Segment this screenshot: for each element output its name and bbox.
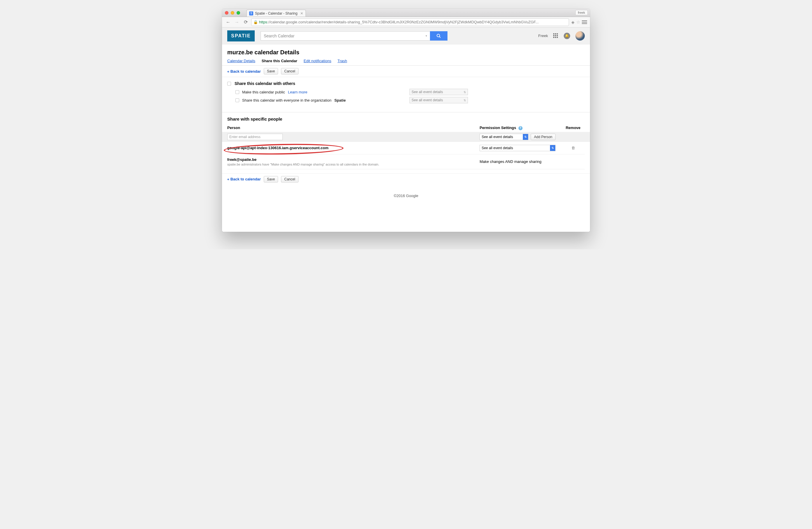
- google-apps-icon[interactable]: [553, 33, 559, 39]
- lock-icon: 🔒: [253, 20, 258, 24]
- admin-note: spatie.be administrators have "Make chan…: [227, 163, 474, 166]
- add-person-row: Enter email address See all event detail…: [222, 132, 590, 142]
- cancel-button[interactable]: Cancel: [281, 176, 298, 182]
- chevron-updown-icon: ⇅: [464, 99, 466, 102]
- chrome-titlebar: 9 Spatie - Calendar - Sharing ✕ freek: [222, 9, 590, 17]
- tab-share-calendar[interactable]: Share this Calendar: [262, 59, 298, 63]
- sub-tabs: Calendar Details Share this Calendar Edi…: [222, 59, 590, 66]
- save-button[interactable]: Save: [264, 68, 278, 74]
- learn-more-link[interactable]: Learn more: [288, 90, 307, 94]
- search-input[interactable]: Search Calendar ▾: [261, 31, 430, 41]
- tab-edit-notifications[interactable]: Edit notifications: [304, 59, 331, 63]
- select-value: See all event details: [411, 98, 443, 102]
- share-org-checkbox[interactable]: [235, 98, 239, 102]
- avatar[interactable]: [576, 31, 585, 41]
- col-person: Person: [227, 126, 474, 132]
- forward-button[interactable]: →: [234, 19, 240, 25]
- action-row-top: « Back to calendar Save Cancel: [222, 66, 590, 77]
- user-name-label[interactable]: Freek: [538, 33, 548, 38]
- page-title: murze.be calendar Details: [222, 47, 590, 59]
- cancel-button[interactable]: Cancel: [281, 68, 298, 74]
- window-controls: [225, 11, 240, 15]
- tab-calendar-details[interactable]: Calendar Details: [227, 59, 255, 63]
- gcal-header: SPATIE Search Calendar ▾ Freek 🔔: [222, 27, 590, 44]
- back-to-calendar-link[interactable]: « Back to calendar: [227, 69, 261, 74]
- share-others-checkbox[interactable]: [227, 82, 231, 86]
- email-input[interactable]: Enter email address: [227, 134, 283, 140]
- permission-select[interactable]: See all event details ⇅: [480, 145, 555, 151]
- org-permission-select[interactable]: See all event details ⇅: [409, 97, 468, 103]
- remove-person-button[interactable]: 🗑: [561, 146, 585, 150]
- search-placeholder: Search Calendar: [264, 33, 294, 38]
- col-permission: Permission Settings ?: [480, 126, 555, 132]
- tab-title: Spatie - Calendar - Sharing: [255, 11, 298, 15]
- make-public-label: Make this calendar public: [242, 90, 285, 94]
- select-value: See all event details: [411, 90, 443, 94]
- browser-tab[interactable]: 9 Spatie - Calendar - Sharing ✕: [247, 10, 306, 17]
- share-others-heading: Share this calendar with others: [234, 81, 295, 86]
- person-row: freek@spatie.be spatie.be administrators…: [227, 155, 585, 169]
- search-button[interactable]: [430, 31, 448, 41]
- browser-toolbar: ← → ⟳ 🔒 https ://calendar.google.com /ca…: [222, 17, 590, 27]
- share-with-others-section: Share this calendar with others Make thi…: [222, 77, 590, 109]
- close-tab-icon[interactable]: ✕: [300, 11, 303, 15]
- translate-icon[interactable]: ◈: [571, 20, 575, 25]
- url-scheme: https: [259, 20, 267, 24]
- save-button[interactable]: Save: [264, 176, 278, 182]
- share-people-heading: Share with specific people: [227, 117, 585, 121]
- close-window-icon[interactable]: [225, 11, 228, 15]
- chrome-profile-chip[interactable]: freek: [576, 10, 588, 15]
- person-row: google-api@apt-index-130616.iam.gservice…: [227, 142, 585, 155]
- page-content: SPATIE Search Calendar ▾ Freek 🔔 murze.b…: [222, 27, 590, 232]
- public-permission-select[interactable]: See all event details ⇅: [409, 89, 468, 95]
- share-with-people-section: Share with specific people Person Permis…: [222, 113, 590, 173]
- footer-copyright: ©2016 Google: [222, 185, 590, 207]
- url-path: /calendar/render#details-sharing_5%7Cdtv…: [305, 20, 539, 24]
- chevron-updown-icon: ⇅: [464, 90, 466, 94]
- chevron-updown-icon: ⇅: [523, 134, 528, 140]
- col-remove: Remove: [561, 126, 585, 132]
- person-email: freek@spatie.be: [227, 157, 257, 162]
- new-permission-select[interactable]: See all event details ⇅: [480, 134, 528, 140]
- search-icon: [436, 33, 441, 38]
- help-icon[interactable]: ?: [519, 126, 523, 130]
- bookmark-star-icon[interactable]: ☆: [576, 19, 580, 25]
- maximize-window-icon[interactable]: [236, 11, 240, 15]
- browser-window: 9 Spatie - Calendar - Sharing ✕ freek ← …: [222, 9, 590, 232]
- address-bar[interactable]: 🔒 https ://calendar.google.com /calendar…: [251, 18, 569, 26]
- reload-button[interactable]: ⟳: [243, 19, 249, 25]
- chrome-menu-icon[interactable]: [582, 20, 587, 24]
- permission-label: Make changes AND manage sharing: [480, 159, 555, 164]
- url-host: ://calendar.google.com: [267, 20, 305, 24]
- search-dropdown-icon[interactable]: ▾: [425, 34, 427, 38]
- svg-point-0: [437, 34, 439, 37]
- notifications-icon[interactable]: 🔔: [564, 33, 570, 39]
- tab-trash[interactable]: Trash: [338, 59, 347, 63]
- select-value: See all event details: [482, 146, 513, 150]
- select-value: See all event details: [482, 135, 513, 139]
- tab-favicon: 9: [249, 11, 253, 15]
- email-placeholder: Enter email address: [229, 135, 261, 139]
- person-email: google-api@apt-index-130616.iam.gservice…: [227, 146, 328, 150]
- back-button[interactable]: ←: [225, 19, 231, 25]
- trash-icon: 🗑: [571, 146, 575, 150]
- make-public-checkbox[interactable]: [235, 90, 239, 94]
- action-row-bottom: « Back to calendar Save Cancel: [222, 173, 590, 185]
- share-org-label: Share this calendar with everyone in the…: [242, 98, 332, 102]
- svg-line-1: [439, 36, 440, 38]
- chevron-updown-icon: ⇅: [550, 145, 555, 151]
- minimize-window-icon[interactable]: [231, 11, 234, 15]
- org-name: Spatie: [334, 98, 346, 102]
- back-to-calendar-link[interactable]: « Back to calendar: [227, 177, 261, 181]
- org-logo[interactable]: SPATIE: [227, 30, 255, 42]
- add-person-button[interactable]: Add Person: [531, 134, 555, 140]
